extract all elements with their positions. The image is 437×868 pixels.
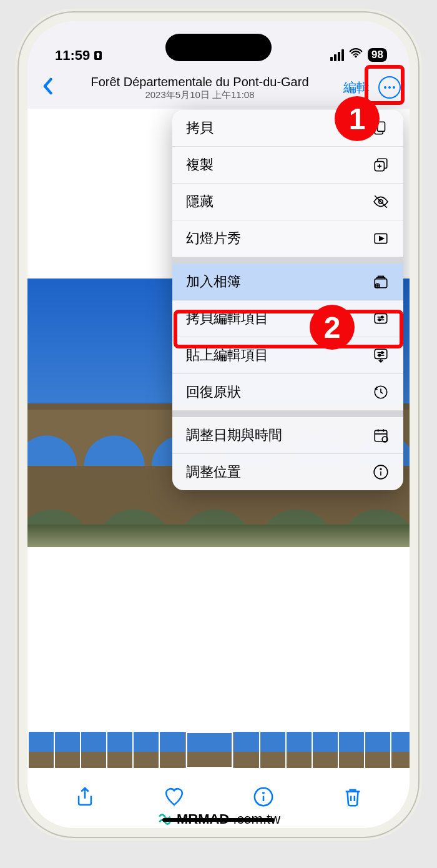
delete-button[interactable] [342, 786, 363, 810]
annotation-badge-1: 1 [335, 96, 380, 141]
svg-point-3 [355, 56, 356, 57]
thumbnail[interactable] [391, 732, 410, 768]
svg-point-1 [97, 53, 100, 56]
screen: 11:59 98 Forêt Départementale du Pont-du… [27, 21, 410, 828]
dynamic-island [165, 34, 272, 61]
album-add-icon [372, 273, 390, 290]
info-button[interactable] [253, 786, 274, 810]
svg-rect-2 [97, 56, 99, 58]
menu-label: 回復原狀 [186, 383, 241, 402]
wifi-icon [349, 46, 363, 64]
thumbnail[interactable] [287, 732, 312, 768]
thumbnail[interactable] [55, 732, 80, 768]
menu-label: 貼上編輯項目 [186, 346, 268, 365]
share-button[interactable] [74, 786, 96, 810]
duplicate-icon [372, 156, 390, 174]
home-indicator[interactable] [162, 818, 275, 822]
thumbnail[interactable] [160, 732, 185, 768]
menu-label: 複製 [186, 155, 214, 174]
status-time: 11:59 [55, 47, 90, 64]
cellular-icon [330, 49, 344, 61]
thumbnail[interactable] [365, 732, 390, 768]
thumbnail[interactable] [234, 732, 259, 768]
photo-subtitle: 2023年5月10日 上午11:08 [59, 89, 341, 101]
thumbnail-active[interactable] [186, 732, 233, 768]
menu-separator [172, 257, 403, 264]
portrait-lock-icon [94, 51, 102, 61]
svg-rect-28 [375, 430, 387, 441]
menu-item-add-album[interactable]: 加入相簿 [172, 264, 403, 300]
thumbnail[interactable] [29, 732, 54, 768]
menu-label: 調整位置 [186, 463, 241, 481]
context-menu: 拷貝 複製 隱藏 幻燈片秀 加入相簿 拷貝編輯項目 [172, 110, 403, 490]
menu-item-duplicate[interactable]: 複製 [172, 147, 403, 184]
menu-item-adjust-location[interactable]: 調整位置 [172, 454, 403, 490]
thumbnail[interactable] [260, 732, 285, 768]
menu-label: 拷貝 [186, 119, 214, 137]
eye-slash-icon [372, 193, 390, 210]
svg-point-26 [378, 354, 380, 356]
svg-point-35 [380, 468, 381, 470]
phone-frame: 11:59 98 Forêt Départementale du Pont-du… [19, 12, 418, 837]
title-block: Forêt Départementale du Pont-du-Gard 202… [59, 74, 341, 101]
svg-point-9 [263, 792, 263, 793]
menu-label: 調整日期與時間 [186, 426, 282, 445]
battery-indicator: 98 [368, 48, 387, 62]
annotation-box-1 [365, 65, 405, 105]
annotation-badge-2: 2 [310, 305, 355, 350]
thumbnail[interactable] [313, 732, 338, 768]
menu-item-adjust-date[interactable]: 調整日期與時間 [172, 417, 403, 454]
back-button[interactable] [36, 72, 59, 102]
calendar-icon [372, 427, 390, 444]
thumbnail[interactable] [134, 732, 159, 768]
annotation-box-2 [174, 310, 403, 348]
svg-rect-22 [375, 349, 387, 358]
thumbnail[interactable] [81, 732, 106, 768]
thumbnail-strip[interactable] [27, 732, 410, 768]
reset-icon [372, 383, 390, 401]
svg-point-24 [381, 352, 383, 353]
menu-item-slideshow[interactable]: 幻燈片秀 [172, 220, 403, 257]
sliders-paste-icon [372, 347, 390, 364]
thumbnail[interactable] [339, 732, 364, 768]
favorite-button[interactable] [164, 786, 185, 810]
info-icon [372, 463, 390, 481]
menu-item-revert[interactable]: 回復原狀 [172, 374, 403, 411]
play-rect-icon [372, 230, 390, 247]
menu-label: 加入相簿 [186, 272, 241, 291]
menu-label: 隱藏 [186, 192, 214, 211]
menu-label: 幻燈片秀 [186, 229, 241, 248]
menu-item-hide[interactable]: 隱藏 [172, 184, 403, 220]
menu-separator [172, 411, 403, 417]
photo-title: Forêt Départementale du Pont-du-Gard [59, 74, 341, 89]
thumbnail[interactable] [107, 732, 132, 768]
